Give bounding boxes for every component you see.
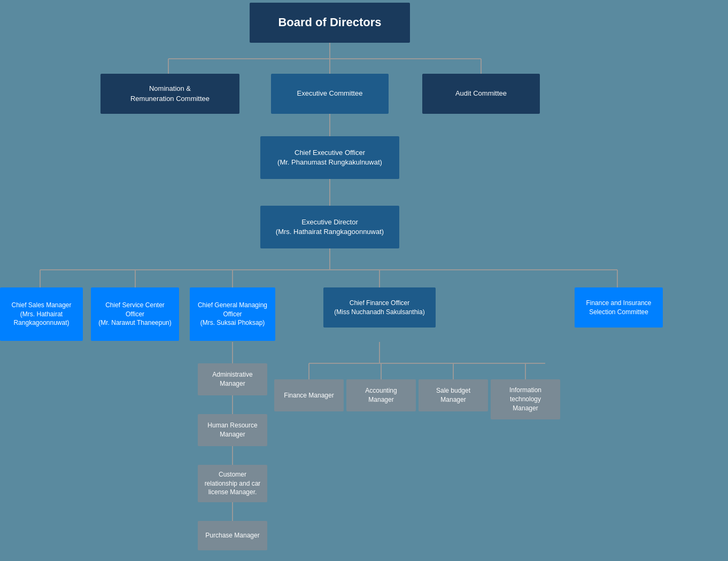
sale-budget-manager-box: Sale budget Manager [419, 379, 488, 411]
chief-sales-box: Chief Sales Manager (Mrs. Hathairat Rang… [0, 287, 83, 341]
purchase-manager-box: Purchase Manager [198, 521, 267, 550]
hr-manager-box: Human Resource Manager [198, 414, 267, 446]
executive-director-box: Executive Director (Mrs. Hathairat Rangk… [260, 206, 399, 248]
finance-insurance-box: Finance and Insurance Selection Committe… [575, 287, 663, 328]
finance-manager-box: Finance Manager [274, 379, 344, 411]
crm-manager-box: Customer relationship and car license Ma… [198, 465, 267, 502]
audit-committee: Audit Committee [422, 74, 540, 114]
executive-committee: Executive Committee [271, 74, 389, 114]
chief-general-box: Chief General Managing Officer (Mrs. Suk… [190, 287, 275, 341]
board-of-directors: Board of Directors [250, 3, 410, 43]
accounting-manager-box: Accounting Manager [346, 379, 416, 411]
org-chart: Board of Directors Nomination & Remunera… [0, 0, 728, 561]
chief-finance-box: Chief Finance Officer (Miss Nuchanadh Sa… [323, 287, 436, 328]
admin-manager-box: Administrative Manager [198, 363, 267, 395]
nomination-committee: Nomination & Remuneration Committee [100, 74, 239, 114]
it-manager-box: Information technology Manager [491, 379, 560, 419]
ceo-box: Chief Executive Officer (Mr. Phanumast R… [260, 136, 399, 179]
chief-service-box: Chief Service Center Officer (Mr. Narawu… [91, 287, 179, 341]
